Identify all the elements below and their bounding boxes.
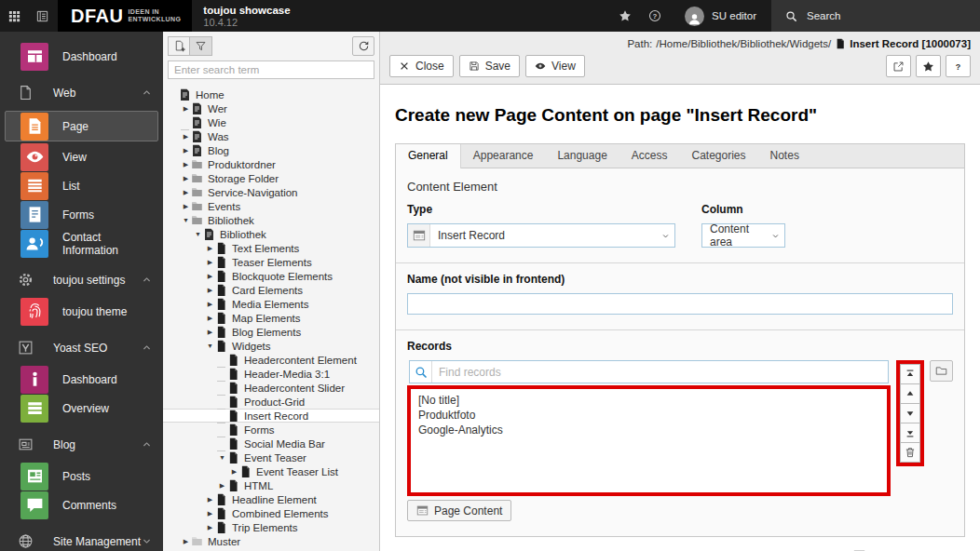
sidebar-item-comments[interactable]: Comments xyxy=(0,491,163,519)
collapse-arrow-icon[interactable]: ▼ xyxy=(181,213,191,227)
tree-item-was[interactable]: ▶Was xyxy=(163,129,379,143)
move-to-top-button[interactable] xyxy=(900,364,920,384)
column-select[interactable]: Content area xyxy=(701,223,785,248)
move-up-button[interactable] xyxy=(900,383,920,404)
tree-item-teaser-elements[interactable]: ▶Teaser Elements xyxy=(163,255,379,269)
find-records-input[interactable] xyxy=(432,361,888,383)
sidebar-item-web[interactable]: Web xyxy=(0,81,163,110)
expand-arrow-icon[interactable]: ▶ xyxy=(229,464,239,478)
tree-item-bibliothek[interactable]: ▼Bibliothek xyxy=(163,213,379,227)
tree-item-product-grid[interactable]: Product-Grid xyxy=(163,395,379,409)
pagetree-toggle-icon[interactable] xyxy=(28,0,56,32)
record-item[interactable]: [No title] xyxy=(418,393,879,408)
collapse-arrow-icon[interactable]: ▼ xyxy=(217,450,227,464)
sidebar-item-overview[interactable]: Overview xyxy=(0,394,163,423)
record-item[interactable]: Produktfoto xyxy=(418,408,879,423)
open-in-new-window-button[interactable] xyxy=(886,55,911,77)
sidebar-item-contact-information[interactable]: Contact Information xyxy=(0,229,163,258)
user-menu[interactable]: SU editor xyxy=(670,0,771,32)
tree-item-event-teaser[interactable]: ▼Event Teaser xyxy=(163,450,379,464)
tree-item-header-media-3-1[interactable]: Header-Media 3:1 xyxy=(163,367,379,381)
sidebar-item-blog[interactable]: Blog xyxy=(0,433,163,462)
tree-item-headline-element[interactable]: ▶Headline Element xyxy=(163,492,379,506)
expand-arrow-icon[interactable]: ▶ xyxy=(217,478,227,492)
tree-item-bibliothek[interactable]: ▼Bibliothek xyxy=(163,227,379,241)
expand-arrow-icon[interactable]: ▶ xyxy=(181,185,191,199)
records-listbox[interactable]: [No title]ProduktfotoGoogle-Analytics xyxy=(411,389,887,492)
bookmark-button[interactable] xyxy=(916,55,941,77)
tab-categories[interactable]: Categories xyxy=(680,144,758,168)
help-icon[interactable]: ? xyxy=(640,0,670,32)
tree-item-combined-elements[interactable]: ▶Combined Elements xyxy=(163,506,379,520)
delete-button[interactable] xyxy=(900,442,920,463)
expand-arrow-icon[interactable]: ▶ xyxy=(205,283,215,297)
browse-records-button[interactable] xyxy=(930,360,953,382)
tab-appearance[interactable]: Appearance xyxy=(461,144,546,168)
expand-arrow-icon[interactable]: ▶ xyxy=(205,255,215,269)
move-down-button[interactable] xyxy=(900,403,920,423)
sidebar-item-page[interactable]: Page xyxy=(5,111,158,141)
expand-arrow-icon[interactable]: ▶ xyxy=(181,129,191,143)
sidebar-item-toujou-theme[interactable]: toujou theme xyxy=(0,297,163,326)
collapse-arrow-icon[interactable]: ▼ xyxy=(205,339,215,353)
tree-item-service-navigation[interactable]: ▶Service-Navigation xyxy=(163,185,379,199)
sidebar-item-posts[interactable]: Posts xyxy=(0,462,163,491)
expand-arrow-icon[interactable]: ▶ xyxy=(205,325,215,339)
tree-item-widgets[interactable]: ▼Widgets xyxy=(163,339,379,353)
sidebar-item-dashboard[interactable]: Dashboard xyxy=(0,365,163,394)
tab-language[interactable]: Language xyxy=(545,144,619,168)
sidebar-item-dashboard[interactable]: Dashboard xyxy=(0,42,163,71)
tree-item-html[interactable]: ▶HTML xyxy=(163,478,379,492)
expand-arrow-icon[interactable]: ▶ xyxy=(205,297,215,311)
sidebar-item-view[interactable]: View xyxy=(0,142,163,171)
global-search[interactable]: Search xyxy=(771,0,980,32)
expand-arrow-icon[interactable]: ▶ xyxy=(205,506,215,520)
close-button[interactable]: Close xyxy=(389,55,454,77)
tree-item-map-elements[interactable]: ▶Map Elements xyxy=(163,311,379,325)
sidebar-item-yoast-seo[interactable]: Yoast SEO xyxy=(0,336,163,365)
tree-item-blog[interactable]: ▶Blog xyxy=(163,143,379,157)
move-to-bottom-button[interactable] xyxy=(900,423,920,443)
tab-access[interactable]: Access xyxy=(619,144,680,168)
sidebar-item-site-management[interactable]: Site Management xyxy=(0,530,163,551)
tree-item-headercontent-element[interactable]: Headercontent Element xyxy=(163,353,379,367)
name-input[interactable] xyxy=(407,293,953,315)
new-page-button[interactable] xyxy=(168,36,190,56)
tree-item-headercontent-slider[interactable]: Headercontent Slider xyxy=(163,381,379,395)
expand-arrow-icon[interactable]: ▶ xyxy=(205,311,215,325)
expand-arrow-icon[interactable]: ▶ xyxy=(181,534,191,548)
type-select[interactable]: Insert Record xyxy=(407,223,675,248)
save-button[interactable]: Save xyxy=(459,55,520,77)
expand-arrow-icon[interactable]: ▶ xyxy=(181,157,191,171)
filter-button[interactable] xyxy=(190,36,212,56)
tree-item-text-elements[interactable]: ▶Text Elements xyxy=(163,241,379,255)
add-page-content-button[interactable]: Page Content xyxy=(407,500,511,521)
tab-notes[interactable]: Notes xyxy=(758,144,811,168)
tree-item-produktordner[interactable]: ▶Produktordner xyxy=(163,157,379,171)
bookmarks-icon[interactable] xyxy=(610,0,640,32)
tree-item-blog-elements[interactable]: ▶Blog Elements xyxy=(163,325,379,339)
refresh-button[interactable] xyxy=(352,36,374,56)
tree-item-blockquote-elements[interactable]: ▶Blockquote Elements xyxy=(163,269,379,283)
tab-general[interactable]: General xyxy=(396,144,461,168)
tree-item-wie[interactable]: Wie xyxy=(163,115,379,129)
expand-arrow-icon[interactable]: ▶ xyxy=(205,241,215,255)
tree-item-media-elements[interactable]: ▶Media Elements xyxy=(163,297,379,311)
collapse-arrow-icon[interactable]: ▼ xyxy=(193,227,203,241)
expand-arrow-icon[interactable]: ▶ xyxy=(205,492,215,506)
record-item[interactable]: Google-Analytics xyxy=(418,423,879,437)
expand-arrow-icon[interactable]: ▶ xyxy=(205,269,215,283)
tree-item-events[interactable]: ▶Events xyxy=(163,199,379,213)
doc-help-button[interactable]: ? xyxy=(946,55,971,77)
tree-item-home[interactable]: Home xyxy=(163,87,379,101)
tree-item-event-teaser-list[interactable]: ▶Event Teaser List xyxy=(163,464,379,478)
tree-item-wer[interactable]: ▶Wer xyxy=(163,101,379,115)
expand-arrow-icon[interactable]: ▶ xyxy=(181,199,191,213)
view-button[interactable]: View xyxy=(525,55,585,77)
tree-item-card-elements[interactable]: ▶Card Elements xyxy=(163,283,379,297)
tree-item-muster[interactable]: ▶Muster xyxy=(163,534,379,548)
tree-item-storage-folder[interactable]: ▶Storage Folder xyxy=(163,171,379,185)
expand-arrow-icon[interactable]: ▶ xyxy=(181,171,191,185)
sidebar-item-toujou-settings[interactable]: toujou settings xyxy=(0,268,163,297)
sidebar-item-forms[interactable]: Forms xyxy=(0,200,163,229)
